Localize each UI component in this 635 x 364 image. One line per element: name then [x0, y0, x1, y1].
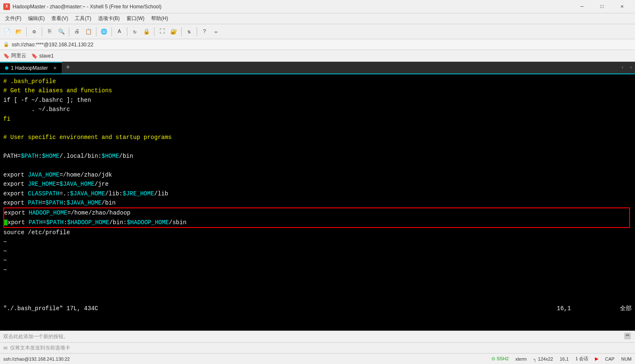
font-button[interactable]: A — [114, 26, 125, 37]
tab-next-button[interactable]: › — [627, 62, 635, 73]
window-controls: — □ ✕ — [572, 0, 632, 13]
tab-prev-button[interactable]: ‹ — [618, 62, 627, 73]
close-button[interactable]: ✕ — [612, 0, 632, 13]
toolbar-sep5 — [111, 27, 112, 36]
menu-tools[interactable]: 工具(T) — [71, 14, 94, 23]
highlight-block: export HADOOP_HOME=/home/zhao/hadoop xpo… — [3, 207, 630, 228]
send-icon: ✉ — [3, 345, 8, 351]
terminal-area[interactable]: # .bash_profile # Get the aliases and fu… — [0, 74, 635, 331]
scrollbar-icon — [623, 332, 632, 340]
menu-file[interactable]: 文件(F) — [2, 14, 25, 23]
line-14: export PATH=$PATH:$JAVA_HOME/bin — [3, 198, 632, 207]
tab-dot — [5, 66, 8, 70]
toolbar: 📄 📂 ⚙ ⎘ 🔍 🖨 📋 🌐 A ↻ 🔒 ⛶ 🔐 ⇅ ? ✏ — [0, 24, 635, 39]
toolbar-sep8 — [181, 27, 182, 36]
line-18: ~ — [3, 238, 632, 247]
status-red-arrow: ▶ — [595, 356, 598, 361]
tab-nav-buttons: ‹ › — [618, 62, 635, 73]
lock-icon: 🔒 — [3, 42, 9, 47]
secure-button[interactable]: 🔒 — [141, 26, 152, 37]
lock2-button[interactable]: 🔐 — [168, 26, 179, 37]
bookmark-icon-slave1: 🔖 — [31, 53, 38, 59]
tab-hadoopmaster[interactable]: 1 HadoopMaster ✕ — [0, 62, 62, 73]
transfer-button[interactable]: ⇅ — [184, 26, 195, 37]
bookmarks-bar: 🔖 阿里云 🔖 slave1 — [0, 50, 635, 62]
send-text: 仅将文本发送到当前选项卡 — [10, 344, 70, 351]
line-16: xport PATH=$PATH:$HADOOP_HOME/bin:$HADOO… — [4, 218, 629, 227]
line-19: ~ — [3, 247, 632, 256]
title-bar-left: X HadoopMaster - zhao@master:~ - Xshell … — [3, 3, 162, 10]
line-6 — [3, 124, 632, 133]
cursor-pos-right: 16,1 全部 — [557, 304, 632, 313]
toolbar-sep4 — [96, 27, 96, 36]
status-cursor-pos: 16,1 — [560, 356, 569, 361]
address-text[interactable]: ssh://zhao:****@192.168.241.130:22 — [12, 42, 94, 48]
compose-button[interactable]: ✏ — [211, 26, 222, 37]
line-5: fi — [3, 114, 632, 124]
line-8 — [3, 142, 632, 152]
status-term-size: ┐ 124x22 — [534, 356, 553, 361]
file-info-bar: "./.bash_profile" 17L, 434C 16,1 全部 — [0, 303, 635, 314]
line-4: . ~/.bashrc — [3, 105, 632, 114]
menu-help[interactable]: 帮助(H) — [148, 14, 172, 23]
menu-edit[interactable]: 编辑(E) — [25, 14, 48, 23]
settings-button[interactable]: ⚙ — [29, 26, 40, 37]
send-bar: ✉ 仅将文本发送到当前选项卡 — [0, 342, 635, 353]
toolbar-sep2 — [42, 27, 42, 36]
menu-options[interactable]: 选项卡(B) — [95, 14, 123, 23]
line-12: export JRE_HOME=$JAVA_HOME/jre — [3, 179, 632, 189]
status-ssh2: ⊙ SSH2 — [491, 356, 509, 361]
line-17: source /etc/profile — [3, 228, 632, 237]
minimize-button[interactable]: — — [572, 0, 592, 13]
toolbar-sep6 — [127, 27, 127, 36]
fullscreen-button[interactable]: ⛶ — [157, 26, 167, 37]
line-13: export CLASSPATH=.:$JAVA_HOME/lib:$JRE_H… — [3, 189, 632, 198]
copy-button[interactable]: ⎘ — [44, 26, 55, 37]
line-21: ~ — [3, 265, 632, 275]
tab-label: 1 HadoopMaster — [11, 65, 48, 71]
tabs-bar: 1 HadoopMaster ✕ + ‹ › — [0, 62, 635, 74]
menu-view[interactable]: 查看(V) — [48, 14, 71, 23]
bookmark-slave1[interactable]: 🔖 slave1 — [31, 53, 54, 59]
line-7: # User specific environment and startup … — [3, 133, 632, 142]
line-3: if [ -f ~/.bashrc ]; then — [3, 96, 632, 105]
tab-add-button[interactable]: + — [62, 62, 74, 73]
sync-button[interactable]: ↻ — [129, 26, 140, 37]
line-20: ~ — [3, 256, 632, 265]
menu-bar: 文件(F) 编辑(E) 查看(V) 工具(T) 选项卡(B) 窗口(W) 帮助(… — [0, 13, 635, 24]
statusbar-bottom: ssh://zhao@192.168.241.130:22 ⊙ SSH2 xte… — [0, 353, 635, 364]
bookmark-label-aliyun: 阿里云 — [11, 52, 26, 59]
new-button[interactable]: 📄 — [2, 26, 13, 37]
app-icon: X — [3, 3, 10, 10]
maximize-button[interactable]: □ — [592, 0, 612, 13]
toolbar-sep3 — [69, 27, 69, 36]
title-text: HadoopMaster - zhao@master:~ - Xshell 5 … — [13, 4, 162, 10]
cursor-pos: 16,1 — [557, 305, 571, 312]
bookmark-icon-aliyun: 🔖 — [3, 53, 10, 59]
globe-button[interactable]: 🌐 — [99, 26, 109, 37]
print-button[interactable]: 🖨 — [71, 26, 82, 37]
address-bar: 🔒 ssh://zhao:****@192.168.241.130:22 — [0, 39, 635, 50]
search-button[interactable]: 🔍 — [56, 26, 67, 37]
status-sessions: 1 会话 — [575, 356, 588, 362]
bookmark-aliyun[interactable]: 🔖 阿里云 — [3, 52, 26, 59]
status-cap: CAP — [605, 356, 615, 361]
file-info-text: "./.bash_profile" 17L, 434C — [3, 304, 98, 313]
toolbar-sep7 — [154, 27, 154, 36]
help-button[interactable]: ? — [199, 26, 210, 37]
cursor-mode: 全部 — [620, 305, 632, 312]
status-right: ⊙ SSH2 xterm ┐ 124x22 16,1 1 会话 ▶ CAP NU… — [491, 356, 632, 362]
tab-close-button[interactable]: ✕ — [53, 66, 57, 71]
status-num: NUM — [621, 356, 632, 361]
bookmark-label-slave1: slave1 — [39, 53, 54, 59]
toolbar-sep1 — [26, 27, 27, 36]
open-button[interactable]: 📂 — [13, 26, 24, 37]
line-9: PATH=$PATH:$HOME/.local/bin:$HOME/bin — [3, 152, 632, 161]
line-10 — [3, 161, 632, 170]
bottom-scrollbar[interactable] — [623, 332, 632, 341]
menu-window[interactable]: 窗口(W) — [123, 14, 148, 23]
bottom-hint-text: 双击此处添加一个新的按钮。 — [3, 333, 68, 340]
line-11: export JAVA_HOME=/home/zhao/jdk — [3, 170, 632, 179]
bottom-toolbar[interactable]: 双击此处添加一个新的按钮。 — [0, 331, 635, 342]
log-button[interactable]: 📋 — [83, 26, 94, 37]
